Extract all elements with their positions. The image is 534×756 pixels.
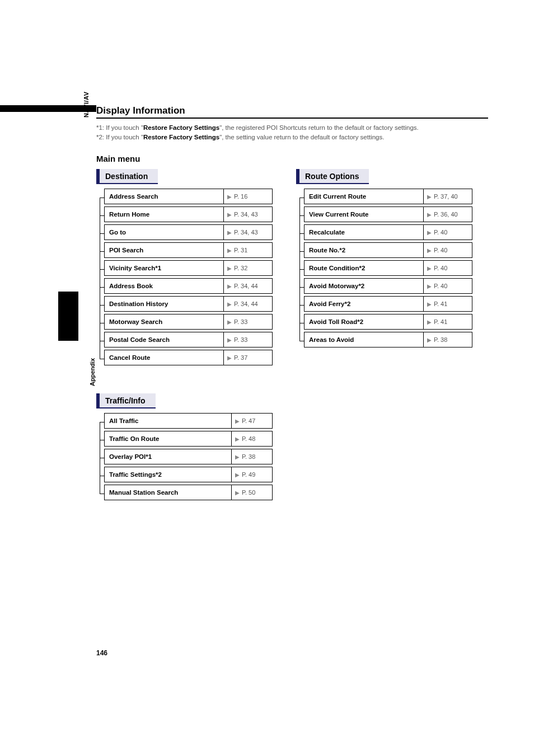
tree-node: Avoid Motorway*2 ▶ P. 40	[304, 278, 472, 294]
tree-branch	[299, 269, 304, 270]
node-page-text: P. 38	[242, 453, 255, 460]
node-label: Postal Code Search	[105, 332, 224, 347]
triangle-icon: ▶	[227, 212, 232, 218]
tree-branch	[100, 251, 104, 252]
triangle-icon: ▶	[235, 418, 240, 424]
triangle-icon: ▶	[227, 283, 232, 289]
destination-header: Destination	[96, 169, 158, 184]
tree-branch	[100, 198, 104, 198]
node-label: Address Book	[105, 279, 224, 293]
node-page: ▶ P. 41	[424, 297, 472, 311]
tree-row: Traffic On Route ▶ P. 48	[104, 431, 273, 449]
tree-branch	[100, 440, 104, 440]
tree-node: Destination History ▶ P. 34, 44	[104, 296, 273, 312]
tree-row: Cancel Route ▶ P. 37	[104, 350, 273, 368]
node-label: Vicinity Search*1	[105, 261, 224, 275]
tree-row: Destination History ▶ P. 34, 44	[104, 296, 273, 314]
node-page-text: P. 34, 43	[234, 229, 258, 236]
traffic-info-header: Traffic/Info	[96, 393, 156, 408]
subsection-title: Main menu	[96, 154, 488, 163]
node-page: ▶ P. 37, 40	[424, 189, 472, 204]
traffic-info-column: Traffic/Info All Traffic ▶ P. 47 Traffic…	[96, 393, 273, 503]
tree-row: All Traffic ▶ P. 47	[104, 413, 273, 431]
triangle-icon: ▶	[427, 229, 432, 236]
tree-node: Recalculate ▶ P. 40	[304, 224, 472, 240]
tree-node: Manual Station Search ▶ P. 50	[104, 485, 273, 500]
node-page-text: P. 36, 40	[434, 211, 458, 218]
triangle-icon: ▶	[227, 337, 232, 343]
tree-branch	[100, 233, 104, 234]
tree-branch	[100, 269, 104, 270]
triangle-icon: ▶	[235, 436, 240, 442]
note-2-bold: Restore Factory Settings	[143, 134, 219, 140]
node-page: ▶ P. 34, 43	[224, 207, 272, 222]
tree-row: Recalculate ▶ P. 40	[304, 224, 472, 242]
route-options-header: Route Options	[296, 169, 369, 184]
node-label: Avoid Ferry*2	[305, 297, 424, 311]
node-label: Route No.*2	[305, 243, 424, 257]
columns: Destination Address Search ▶ P. 16 Retur…	[96, 169, 488, 368]
tree-row: Route No.*2 ▶ P. 40	[304, 242, 472, 260]
tree-row: Avoid Toll Road*2 ▶ P. 41	[304, 314, 472, 332]
tree-row: Avoid Motorway*2 ▶ P. 40	[304, 278, 472, 296]
node-page: ▶ P. 40	[424, 279, 472, 293]
node-page: ▶ P. 40	[424, 225, 472, 240]
node-label: Address Search	[105, 189, 224, 204]
triangle-icon: ▶	[227, 194, 232, 200]
side-label-naviav-text: NAVI/AV	[83, 92, 90, 118]
tree-node: Route No.*2 ▶ P. 40	[304, 242, 472, 258]
node-page-text: P. 34, 44	[234, 300, 258, 307]
node-page-text: P. 34, 43	[234, 211, 258, 218]
node-label: Destination History	[105, 297, 224, 311]
tree-node: Avoid Toll Road*2 ▶ P. 41	[304, 314, 472, 330]
triangle-icon: ▶	[427, 194, 432, 200]
node-label: Recalculate	[305, 225, 424, 240]
triangle-icon: ▶	[227, 247, 232, 253]
node-page-text: P. 48	[242, 435, 255, 442]
node-page-text: P. 32	[234, 265, 247, 271]
node-page: ▶ P. 32	[224, 261, 272, 275]
triangle-icon: ▶	[227, 229, 232, 236]
node-page-text: P. 37, 40	[434, 193, 458, 200]
triangle-icon: ▶	[427, 283, 432, 289]
traffic-info-tree: All Traffic ▶ P. 47 Traffic On Route ▶ P…	[96, 413, 273, 503]
node-label: Avoid Toll Road*2	[305, 314, 424, 329]
note-1-bold: Restore Factory Settings	[143, 124, 219, 131]
triangle-icon: ▶	[227, 355, 232, 361]
tree-node: Areas to Avoid ▶ P. 38	[304, 332, 472, 348]
node-label: Cancel Route	[105, 350, 224, 365]
tree-row: Traffic Settings*2 ▶ P. 49	[104, 467, 273, 485]
triangle-icon: ▶	[235, 454, 240, 460]
tree-node: POI Search ▶ P. 31	[104, 242, 273, 258]
node-page-text: P. 49	[242, 471, 255, 478]
tree-row: Address Search ▶ P. 16	[104, 189, 273, 206]
tree-node: Motorway Search ▶ P. 33	[104, 314, 273, 330]
node-label: Avoid Motorway*2	[305, 279, 424, 293]
route-options-tree: Edit Current Route ▶ P. 37, 40 View Curr…	[296, 189, 472, 350]
node-page-text: P. 16	[234, 193, 247, 200]
node-page: ▶ P. 36, 40	[424, 207, 472, 222]
tree-branch	[100, 215, 104, 216]
node-page-text: P. 41	[434, 300, 447, 307]
node-page: ▶ P. 37	[224, 350, 272, 365]
tree-row: Overlay POI*1 ▶ P. 38	[104, 449, 273, 467]
side-label-naviav: NAVI/AV	[83, 92, 90, 118]
node-page-text: P. 50	[242, 489, 255, 496]
tree-row: Edit Current Route ▶ P. 37, 40	[304, 189, 472, 206]
tree-node: Address Search ▶ P. 16	[104, 189, 273, 204]
node-page-text: P. 40	[434, 247, 447, 253]
node-page-text: P. 33	[234, 318, 247, 325]
triangle-icon: ▶	[235, 490, 240, 496]
side-label-appendix-text: Appendix	[89, 358, 96, 386]
node-page: ▶ P. 48	[232, 431, 272, 446]
node-page: ▶ P. 41	[424, 314, 472, 329]
node-page: ▶ P. 38	[232, 449, 272, 464]
tree-branch	[100, 323, 104, 323]
triangle-icon: ▶	[227, 265, 232, 271]
triangle-icon: ▶	[427, 337, 432, 343]
triangle-icon: ▶	[427, 319, 432, 325]
node-label: View Current Route	[305, 207, 424, 222]
tree-node: All Traffic ▶ P. 47	[104, 413, 273, 429]
tree-branch	[299, 198, 304, 198]
tree-branch	[299, 323, 304, 323]
